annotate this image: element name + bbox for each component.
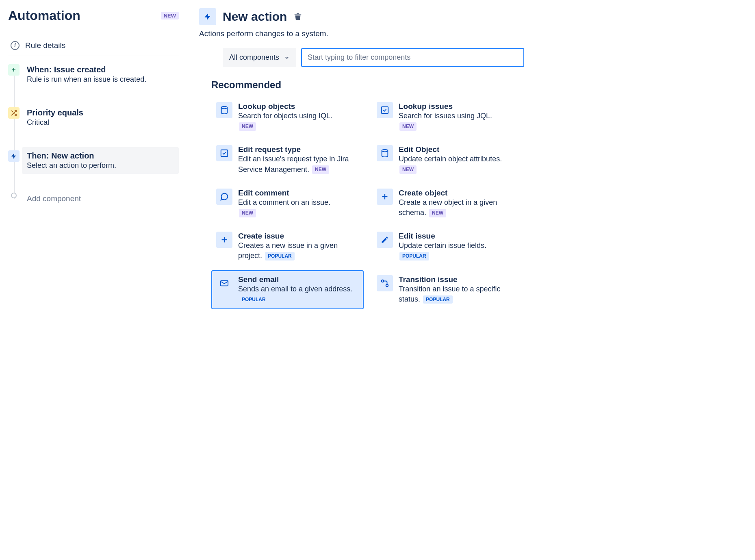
card-title: Create issue [238, 232, 359, 241]
popular-badge: POPULAR [265, 252, 295, 260]
bolt-icon [199, 8, 216, 25]
svg-point-3 [382, 150, 388, 152]
card-edit-issue[interactable]: Edit issue Update certain issue fields.P… [372, 227, 524, 266]
new-badge: NEW [239, 209, 256, 217]
card-desc: Sends an email to a given address. [238, 285, 352, 293]
dot-icon [11, 193, 17, 198]
card-desc: Edit a comment on an issue. [238, 198, 330, 206]
transition-icon [377, 275, 393, 291]
add-component[interactable]: Add component [22, 190, 179, 207]
plus-icon [377, 189, 393, 205]
new-badge: NEW [312, 165, 329, 174]
new-badge: NEW [429, 209, 446, 217]
card-transition-issue[interactable]: Transition issue Transition an issue to … [372, 270, 524, 309]
popular-badge: POPULAR [399, 252, 429, 260]
condition-desc: Critical [27, 118, 174, 127]
database-icon [377, 145, 393, 161]
popular-badge: POPULAR [423, 295, 453, 304]
action-grid: Lookup objects Search for objects using … [211, 97, 524, 309]
svg-point-0 [221, 106, 228, 109]
svg-rect-1 [382, 107, 388, 114]
plus-icon: + [8, 64, 20, 76]
card-desc: Update certain issue fields. [399, 241, 486, 250]
bolt-icon [8, 150, 20, 162]
card-edit-request-type[interactable]: Edit request type Edit an issue's reques… [211, 140, 364, 179]
pencil-icon [377, 232, 393, 248]
info-icon: i [11, 41, 20, 50]
timeline-item-action[interactable]: Then: New action Select an action to per… [22, 147, 179, 174]
page-title: Automation [8, 8, 80, 23]
checkbox-icon [216, 145, 232, 161]
mail-icon [216, 275, 232, 291]
new-badge: NEW [161, 12, 179, 20]
filter-input[interactable] [301, 48, 524, 67]
card-lookup-issues[interactable]: Lookup issues Search for issues using JQ… [372, 97, 524, 136]
card-desc: Search for objects using IQL. [238, 112, 332, 120]
card-send-email[interactable]: Send email Sends an email to a given add… [211, 270, 364, 309]
timeline-item-trigger[interactable]: + When: Issue created Rule is run when a… [22, 61, 179, 88]
svg-rect-2 [221, 150, 228, 157]
plus-icon [216, 232, 232, 248]
components-dropdown[interactable]: All components [223, 48, 296, 67]
database-icon [216, 102, 232, 118]
timeline-item-condition[interactable]: Priority equals Critical [22, 104, 179, 131]
card-title: Edit Object [399, 145, 519, 154]
rule-details[interactable]: i Rule details [8, 35, 179, 56]
rule-details-label: Rule details [25, 41, 65, 50]
card-desc: Search for issues using JQL. [399, 112, 492, 120]
trigger-desc: Rule is run when an issue is created. [27, 75, 174, 84]
card-title: Create object [399, 189, 519, 198]
action-title: Then: New action [27, 151, 174, 161]
dropdown-label: All components [229, 53, 279, 62]
new-badge: NEW [399, 165, 417, 174]
sidebar: Automation NEW i Rule details + When: Is… [8, 8, 179, 309]
timeline: + When: Issue created Rule is run when a… [8, 61, 179, 207]
card-edit-comment[interactable]: Edit comment Edit a comment on an issue.… [211, 184, 364, 223]
checkbox-icon [377, 102, 393, 118]
svg-point-9 [382, 280, 384, 282]
section-title: Recommended [211, 79, 524, 91]
condition-title: Priority equals [27, 108, 174, 117]
card-desc: Update certain object attributes. [399, 155, 502, 163]
card-desc: Edit an issue's request type in Jira Ser… [238, 155, 349, 173]
popular-badge: POPULAR [239, 295, 269, 304]
shuffle-icon [8, 107, 20, 119]
trigger-title: When: Issue created [27, 65, 174, 74]
new-badge: NEW [399, 122, 417, 131]
card-desc: Create a new object in a given schema. [399, 198, 497, 217]
action-heading: New action [223, 10, 287, 24]
add-component-label: Add component [27, 194, 174, 203]
svg-point-10 [386, 284, 388, 287]
card-title: Lookup objects [238, 102, 332, 111]
card-title: Edit comment [238, 189, 330, 198]
card-title: Send email [238, 275, 359, 284]
action-subtitle: Actions perform changes to a system. [199, 29, 524, 38]
chevron-down-icon [284, 55, 290, 61]
card-title: Lookup issues [399, 102, 492, 111]
action-desc: Select an action to perform. [27, 161, 174, 170]
card-edit-object[interactable]: Edit Object Update certain object attrib… [372, 140, 524, 179]
card-lookup-objects[interactable]: Lookup objects Search for objects using … [211, 97, 364, 136]
card-create-object[interactable]: Create object Create a new object in a g… [372, 184, 524, 223]
main: New action Actions perform changes to a … [199, 8, 524, 309]
card-create-issue[interactable]: Create issue Creates a new issue in a gi… [211, 227, 364, 266]
new-badge: NEW [239, 122, 256, 131]
card-title: Edit request type [238, 145, 359, 154]
comment-icon [216, 189, 232, 205]
card-title: Edit issue [399, 232, 486, 241]
trash-icon[interactable] [293, 12, 302, 21]
card-title: Transition issue [399, 275, 519, 284]
